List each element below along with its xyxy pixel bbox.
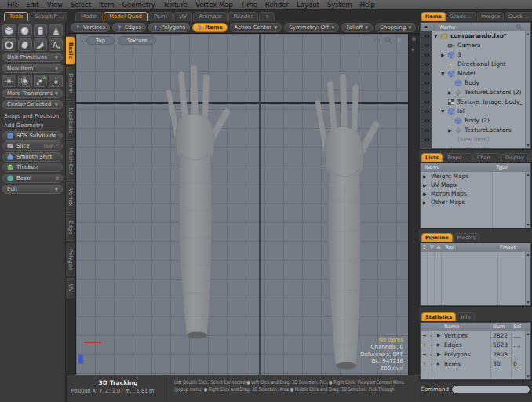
collapsed-arrow-icon[interactable]: ▶ bbox=[423, 182, 427, 188]
pan-icon[interactable] bbox=[373, 36, 381, 44]
side-tab-basic[interactable]: Basic bbox=[66, 36, 75, 65]
lists-scrollbar[interactable] bbox=[525, 172, 530, 228]
mode-edges-button[interactable]: Edges bbox=[112, 23, 146, 32]
magnify-icon[interactable] bbox=[384, 36, 392, 44]
side-tab-edge[interactable]: Edge bbox=[66, 214, 75, 241]
move-tool-tool[interactable] bbox=[2, 75, 16, 87]
menu-render[interactable]: Render bbox=[261, 1, 293, 9]
tab-images[interactable]: Images bbox=[477, 12, 504, 21]
collapsed-arrow-icon[interactable]: ▶ bbox=[437, 332, 441, 338]
expand-plus-button[interactable]: + bbox=[422, 342, 427, 349]
collapsed-arrow-icon[interactable]: ▶ bbox=[448, 90, 452, 95]
list-item-morph-maps[interactable]: ▶Morph Maps bbox=[421, 189, 525, 198]
eye-visibility-toggle[interactable] bbox=[421, 135, 432, 144]
list-item-weight-maps[interactable]: ▶Weight Maps bbox=[421, 172, 525, 181]
tab-uv[interactable]: UV bbox=[173, 12, 192, 21]
tab-items[interactable]: Items bbox=[421, 12, 446, 21]
collapse-minus-button[interactable]: - bbox=[430, 360, 432, 367]
menu-select[interactable]: Select bbox=[67, 1, 95, 9]
arrow-right-icon[interactable] bbox=[395, 36, 403, 44]
menu-time[interactable]: Time bbox=[237, 1, 261, 9]
tree-item-body[interactable]: Body bbox=[432, 79, 525, 88]
dropdown-center-selected[interactable]: Center Selected▼ bbox=[2, 100, 63, 109]
scale-tool-tool[interactable] bbox=[34, 75, 48, 87]
tool-bevel-button[interactable]: BevelB bbox=[2, 174, 63, 183]
collapse-minus-button[interactable]: - bbox=[430, 332, 432, 339]
tree-item-directional-light[interactable]: Directional Light bbox=[432, 60, 525, 69]
collapsed-arrow-icon[interactable]: ▶ bbox=[441, 52, 445, 57]
eye-visibility-toggle[interactable] bbox=[421, 144, 432, 148]
viewport-3d[interactable]: ◂ TopTexture No ItemsChannels: 0Deformer… bbox=[76, 34, 408, 375]
cube-tool[interactable] bbox=[2, 24, 16, 37]
tab-model[interactable]: Model bbox=[75, 12, 103, 21]
splitter-handle-icon[interactable] bbox=[412, 37, 416, 41]
menu-item[interactable]: Item bbox=[95, 1, 118, 9]
splitter-arrow-icon[interactable]: ▸ bbox=[412, 46, 414, 52]
expanded-arrow-icon[interactable]: ▼ bbox=[441, 108, 445, 114]
stat-row-polygons[interactable]: +-▶Polygons2803.... bbox=[421, 350, 525, 360]
collapsed-arrow-icon[interactable]: ▶ bbox=[423, 191, 427, 196]
tree-item-lol[interactable]: ▼lol bbox=[432, 107, 525, 116]
list-item-uv-maps[interactable]: ▶UV Maps bbox=[421, 181, 525, 189]
collapsed-arrow-icon[interactable]: ▶ bbox=[437, 342, 441, 347]
dropdown-unit-primitives[interactable]: Unit Primitives▼ bbox=[2, 53, 63, 62]
pen-tool[interactable] bbox=[34, 38, 48, 51]
menu-edit[interactable]: Edit bbox=[22, 1, 42, 9]
dropdown-new-item[interactable]: New Item▼ bbox=[2, 64, 63, 73]
dropdown-more-transforms[interactable]: More Transforms▼ bbox=[2, 89, 63, 98]
menu-vertex-map[interactable]: Vertex Map bbox=[191, 1, 237, 9]
collapse-minus-button[interactable]: - bbox=[430, 342, 432, 349]
tab-animate[interactable]: Animate bbox=[193, 12, 227, 21]
eye-visibility-toggle[interactable] bbox=[421, 79, 432, 88]
mode-polygons-button[interactable]: Polygons bbox=[148, 23, 190, 32]
view-tabs-scroll-left-icon[interactable]: ◂ bbox=[81, 38, 83, 43]
tab-quick[interactable]: Quick ... bbox=[505, 12, 532, 21]
eye-visibility-toggle[interactable] bbox=[421, 107, 432, 116]
search-icon[interactable] bbox=[516, 24, 523, 31]
expanded-arrow-icon[interactable]: ▼ bbox=[441, 71, 445, 76]
tab-shade[interactable]: Shade ... bbox=[446, 12, 477, 21]
expand-plus-button[interactable]: + bbox=[422, 360, 427, 367]
tab-render[interactable]: Render bbox=[228, 12, 259, 21]
menu-layout[interactable]: Layout bbox=[293, 1, 323, 9]
expand-plus-button[interactable]: + bbox=[422, 332, 427, 339]
dropdown-snapping[interactable]: Snapping▼ bbox=[375, 23, 416, 32]
capsule-tool[interactable] bbox=[18, 38, 32, 51]
eye-visibility-toggle[interactable] bbox=[421, 50, 432, 60]
text-tool[interactable]: A bbox=[49, 38, 63, 51]
tab-model-quad[interactable]: Model Quad bbox=[104, 12, 148, 21]
expanded-arrow-icon[interactable]: ▼ bbox=[434, 33, 438, 38]
tab-tools[interactable]: Tools bbox=[4, 12, 28, 21]
cone-tool[interactable] bbox=[49, 24, 63, 37]
stat-row-vertices[interactable]: +-▶Vertices2822.... bbox=[421, 331, 525, 341]
tab-paint[interactable]: Paint bbox=[148, 12, 173, 21]
section-snaps-and-precision[interactable]: Snaps and Precision bbox=[2, 111, 63, 120]
dropdown-action-center[interactable]: Action Center▼ bbox=[230, 23, 282, 32]
panel-splitter[interactable]: ▸ bbox=[408, 34, 419, 375]
statistics-scrollbar[interactable] bbox=[525, 331, 530, 379]
menu-texture[interactable]: Texture bbox=[159, 1, 191, 9]
collapse-minus-button[interactable]: - bbox=[430, 351, 432, 358]
expand-plus-button[interactable]: + bbox=[422, 351, 427, 358]
eye-visibility-toggle[interactable] bbox=[421, 31, 432, 41]
mode-vertices-button[interactable]: Vertices bbox=[71, 23, 110, 32]
tool-sds-subdivide-button[interactable]: SDS SubdivideD bbox=[2, 131, 63, 141]
section-add-geometry[interactable]: Add Geometry bbox=[2, 120, 63, 130]
collapsed-arrow-icon[interactable]: ▶ bbox=[423, 174, 427, 179]
pipeline-scrollbar[interactable] bbox=[525, 252, 530, 305]
collapsed-arrow-icon[interactable]: ▶ bbox=[423, 199, 427, 205]
tree-item-model[interactable]: ▼Model bbox=[432, 69, 525, 79]
element-move-tool[interactable] bbox=[49, 75, 63, 87]
eye-visibility-toggle[interactable] bbox=[421, 116, 432, 126]
tree-item-new-item[interactable]: (new item) bbox=[432, 135, 525, 144]
menu-geometry[interactable]: Geometry bbox=[118, 1, 159, 9]
eye-visibility-toggle[interactable] bbox=[421, 60, 432, 69]
eye-visibility-toggle[interactable] bbox=[421, 126, 432, 135]
tree-item-texturelocators[interactable]: ▶TextureLocators bbox=[432, 126, 525, 135]
tool-smooth-shift-button[interactable]: Smooth Shift bbox=[2, 152, 63, 162]
side-tab-mesh-edit[interactable]: Mesh Edit bbox=[66, 141, 75, 181]
menu-help[interactable]: Help bbox=[356, 1, 379, 9]
list-item-other-maps[interactable]: ▶Other Maps bbox=[421, 198, 525, 206]
side-tab-uv[interactable]: UV bbox=[66, 278, 75, 298]
collapsed-arrow-icon[interactable]: ▶ bbox=[448, 127, 452, 133]
